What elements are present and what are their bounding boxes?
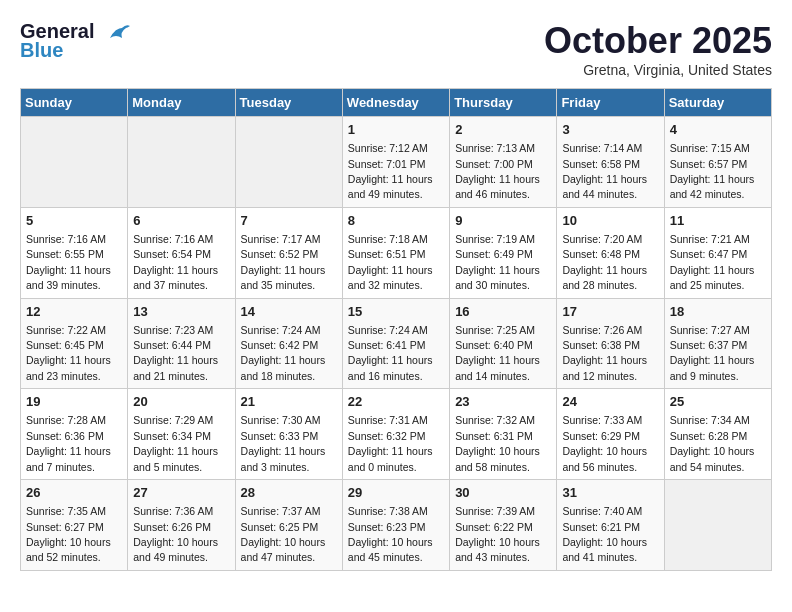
- location: Gretna, Virginia, United States: [544, 62, 772, 78]
- logo-blue-text: Blue: [20, 39, 130, 62]
- weekday-header: Tuesday: [235, 89, 342, 117]
- day-info: Sunrise: 7:18 AM Sunset: 6:51 PM Dayligh…: [348, 233, 433, 291]
- day-number: 13: [133, 303, 229, 321]
- day-number: 9: [455, 212, 551, 230]
- day-info: Sunrise: 7:17 AM Sunset: 6:52 PM Dayligh…: [241, 233, 326, 291]
- day-info: Sunrise: 7:36 AM Sunset: 6:26 PM Dayligh…: [133, 505, 218, 563]
- day-number: 3: [562, 121, 658, 139]
- day-info: Sunrise: 7:35 AM Sunset: 6:27 PM Dayligh…: [26, 505, 111, 563]
- day-number: 30: [455, 484, 551, 502]
- calendar-day-cell: 17Sunrise: 7:26 AM Sunset: 6:38 PM Dayli…: [557, 298, 664, 389]
- page-header: General Blue October 2025 Gretna, Virgin…: [20, 20, 772, 78]
- day-info: Sunrise: 7:34 AM Sunset: 6:28 PM Dayligh…: [670, 414, 755, 472]
- calendar-day-cell: 18Sunrise: 7:27 AM Sunset: 6:37 PM Dayli…: [664, 298, 771, 389]
- day-number: 16: [455, 303, 551, 321]
- day-info: Sunrise: 7:33 AM Sunset: 6:29 PM Dayligh…: [562, 414, 647, 472]
- logo: General Blue: [20, 20, 130, 62]
- weekday-header: Sunday: [21, 89, 128, 117]
- calendar-day-cell: 5Sunrise: 7:16 AM Sunset: 6:55 PM Daylig…: [21, 207, 128, 298]
- calendar-day-cell: 1Sunrise: 7:12 AM Sunset: 7:01 PM Daylig…: [342, 117, 449, 208]
- day-info: Sunrise: 7:32 AM Sunset: 6:31 PM Dayligh…: [455, 414, 540, 472]
- day-info: Sunrise: 7:30 AM Sunset: 6:33 PM Dayligh…: [241, 414, 326, 472]
- day-number: 17: [562, 303, 658, 321]
- day-info: Sunrise: 7:31 AM Sunset: 6:32 PM Dayligh…: [348, 414, 433, 472]
- calendar-header-row: SundayMondayTuesdayWednesdayThursdayFrid…: [21, 89, 772, 117]
- calendar-day-cell: 29Sunrise: 7:38 AM Sunset: 6:23 PM Dayli…: [342, 480, 449, 571]
- day-number: 21: [241, 393, 337, 411]
- day-info: Sunrise: 7:39 AM Sunset: 6:22 PM Dayligh…: [455, 505, 540, 563]
- calendar-day-cell: 4Sunrise: 7:15 AM Sunset: 6:57 PM Daylig…: [664, 117, 771, 208]
- calendar-day-cell: [664, 480, 771, 571]
- day-number: 1: [348, 121, 444, 139]
- calendar-day-cell: 16Sunrise: 7:25 AM Sunset: 6:40 PM Dayli…: [450, 298, 557, 389]
- day-info: Sunrise: 7:28 AM Sunset: 6:36 PM Dayligh…: [26, 414, 111, 472]
- calendar-day-cell: 28Sunrise: 7:37 AM Sunset: 6:25 PM Dayli…: [235, 480, 342, 571]
- day-info: Sunrise: 7:26 AM Sunset: 6:38 PM Dayligh…: [562, 324, 647, 382]
- day-number: 11: [670, 212, 766, 230]
- calendar-day-cell: 30Sunrise: 7:39 AM Sunset: 6:22 PM Dayli…: [450, 480, 557, 571]
- day-info: Sunrise: 7:15 AM Sunset: 6:57 PM Dayligh…: [670, 142, 755, 200]
- calendar-day-cell: 26Sunrise: 7:35 AM Sunset: 6:27 PM Dayli…: [21, 480, 128, 571]
- day-info: Sunrise: 7:20 AM Sunset: 6:48 PM Dayligh…: [562, 233, 647, 291]
- logo-bird-icon: [102, 24, 130, 42]
- day-number: 19: [26, 393, 122, 411]
- calendar-day-cell: 31Sunrise: 7:40 AM Sunset: 6:21 PM Dayli…: [557, 480, 664, 571]
- day-number: 22: [348, 393, 444, 411]
- day-info: Sunrise: 7:14 AM Sunset: 6:58 PM Dayligh…: [562, 142, 647, 200]
- day-number: 25: [670, 393, 766, 411]
- day-info: Sunrise: 7:24 AM Sunset: 6:41 PM Dayligh…: [348, 324, 433, 382]
- day-number: 18: [670, 303, 766, 321]
- day-info: Sunrise: 7:38 AM Sunset: 6:23 PM Dayligh…: [348, 505, 433, 563]
- calendar-day-cell: 12Sunrise: 7:22 AM Sunset: 6:45 PM Dayli…: [21, 298, 128, 389]
- calendar-day-cell: 23Sunrise: 7:32 AM Sunset: 6:31 PM Dayli…: [450, 389, 557, 480]
- day-number: 23: [455, 393, 551, 411]
- calendar-day-cell: 21Sunrise: 7:30 AM Sunset: 6:33 PM Dayli…: [235, 389, 342, 480]
- calendar-day-cell: [128, 117, 235, 208]
- calendar-day-cell: 24Sunrise: 7:33 AM Sunset: 6:29 PM Dayli…: [557, 389, 664, 480]
- day-number: 10: [562, 212, 658, 230]
- calendar-day-cell: 13Sunrise: 7:23 AM Sunset: 6:44 PM Dayli…: [128, 298, 235, 389]
- calendar-day-cell: 3Sunrise: 7:14 AM Sunset: 6:58 PM Daylig…: [557, 117, 664, 208]
- calendar-day-cell: 22Sunrise: 7:31 AM Sunset: 6:32 PM Dayli…: [342, 389, 449, 480]
- day-info: Sunrise: 7:16 AM Sunset: 6:54 PM Dayligh…: [133, 233, 218, 291]
- day-info: Sunrise: 7:23 AM Sunset: 6:44 PM Dayligh…: [133, 324, 218, 382]
- calendar-day-cell: 19Sunrise: 7:28 AM Sunset: 6:36 PM Dayli…: [21, 389, 128, 480]
- calendar-day-cell: 15Sunrise: 7:24 AM Sunset: 6:41 PM Dayli…: [342, 298, 449, 389]
- day-number: 24: [562, 393, 658, 411]
- day-number: 7: [241, 212, 337, 230]
- day-info: Sunrise: 7:27 AM Sunset: 6:37 PM Dayligh…: [670, 324, 755, 382]
- day-info: Sunrise: 7:13 AM Sunset: 7:00 PM Dayligh…: [455, 142, 540, 200]
- calendar-week-row: 1Sunrise: 7:12 AM Sunset: 7:01 PM Daylig…: [21, 117, 772, 208]
- calendar-week-row: 26Sunrise: 7:35 AM Sunset: 6:27 PM Dayli…: [21, 480, 772, 571]
- day-info: Sunrise: 7:40 AM Sunset: 6:21 PM Dayligh…: [562, 505, 647, 563]
- calendar-day-cell: 27Sunrise: 7:36 AM Sunset: 6:26 PM Dayli…: [128, 480, 235, 571]
- day-number: 26: [26, 484, 122, 502]
- day-info: Sunrise: 7:37 AM Sunset: 6:25 PM Dayligh…: [241, 505, 326, 563]
- day-number: 27: [133, 484, 229, 502]
- day-number: 29: [348, 484, 444, 502]
- day-number: 8: [348, 212, 444, 230]
- calendar-day-cell: [21, 117, 128, 208]
- day-number: 20: [133, 393, 229, 411]
- calendar-day-cell: 2Sunrise: 7:13 AM Sunset: 7:00 PM Daylig…: [450, 117, 557, 208]
- calendar-day-cell: 6Sunrise: 7:16 AM Sunset: 6:54 PM Daylig…: [128, 207, 235, 298]
- calendar-day-cell: 14Sunrise: 7:24 AM Sunset: 6:42 PM Dayli…: [235, 298, 342, 389]
- calendar-day-cell: [235, 117, 342, 208]
- title-block: October 2025 Gretna, Virginia, United St…: [544, 20, 772, 78]
- day-number: 5: [26, 212, 122, 230]
- calendar-day-cell: 25Sunrise: 7:34 AM Sunset: 6:28 PM Dayli…: [664, 389, 771, 480]
- weekday-header: Wednesday: [342, 89, 449, 117]
- calendar-week-row: 19Sunrise: 7:28 AM Sunset: 6:36 PM Dayli…: [21, 389, 772, 480]
- weekday-header: Friday: [557, 89, 664, 117]
- day-number: 4: [670, 121, 766, 139]
- weekday-header: Monday: [128, 89, 235, 117]
- calendar-week-row: 5Sunrise: 7:16 AM Sunset: 6:55 PM Daylig…: [21, 207, 772, 298]
- month-title: October 2025: [544, 20, 772, 62]
- calendar-day-cell: 10Sunrise: 7:20 AM Sunset: 6:48 PM Dayli…: [557, 207, 664, 298]
- calendar-day-cell: 11Sunrise: 7:21 AM Sunset: 6:47 PM Dayli…: [664, 207, 771, 298]
- day-number: 28: [241, 484, 337, 502]
- calendar-day-cell: 8Sunrise: 7:18 AM Sunset: 6:51 PM Daylig…: [342, 207, 449, 298]
- day-number: 2: [455, 121, 551, 139]
- day-number: 31: [562, 484, 658, 502]
- calendar-day-cell: 9Sunrise: 7:19 AM Sunset: 6:49 PM Daylig…: [450, 207, 557, 298]
